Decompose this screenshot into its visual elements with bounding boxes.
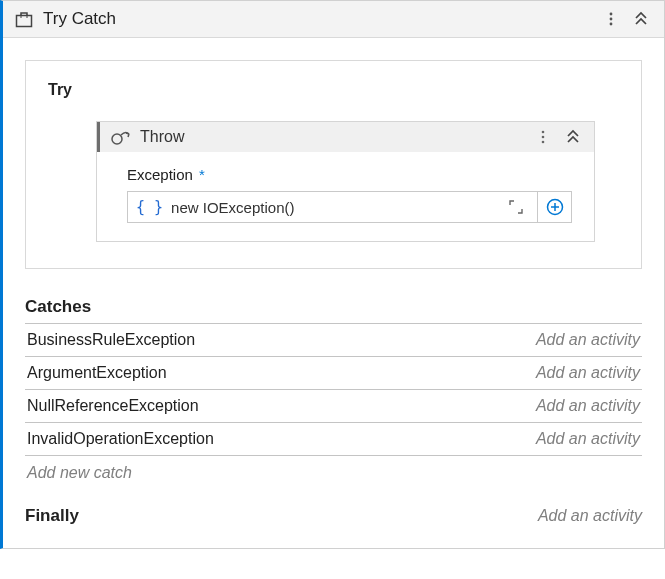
- catches-heading: Catches: [25, 297, 642, 324]
- finally-row: Finally Add an activity: [25, 492, 642, 526]
- activity-body: Try Throw: [3, 38, 664, 530]
- exception-expression-text: new IOException(): [171, 199, 503, 216]
- activity-title-bar: Try Catch: [3, 1, 664, 38]
- catch-type: ArgumentException: [27, 364, 536, 382]
- svg-rect-0: [17, 16, 32, 27]
- try-panel: Try Throw: [25, 60, 642, 269]
- catch-type: BusinessRuleException: [27, 331, 536, 349]
- expression-row: { } new IOException(): [127, 191, 572, 223]
- svg-point-3: [610, 23, 613, 26]
- collapse-icon[interactable]: [628, 10, 654, 28]
- catch-type: NullReferenceException: [27, 397, 536, 415]
- more-options-icon[interactable]: [598, 11, 624, 27]
- add-new-catch[interactable]: Add new catch: [25, 456, 642, 492]
- catch-type: InvalidOperationException: [27, 430, 536, 448]
- svg-point-1: [610, 13, 613, 16]
- expand-editor-icon[interactable]: [503, 199, 529, 215]
- svg-point-6: [542, 136, 545, 139]
- try-label: Try: [48, 81, 619, 99]
- exception-field-label: Exception *: [127, 166, 572, 183]
- exception-expression-input[interactable]: { } new IOException(): [127, 191, 538, 223]
- try-catch-activity: Try Catch Try: [0, 0, 665, 549]
- catch-row-2[interactable]: NullReferenceException Add an activity: [25, 390, 642, 423]
- catch-row-0[interactable]: BusinessRuleException Add an activity: [25, 324, 642, 357]
- throw-header: Throw: [97, 122, 594, 152]
- catch-add-activity[interactable]: Add an activity: [536, 331, 640, 349]
- throw-collapse-icon[interactable]: [560, 128, 586, 146]
- catch-add-activity[interactable]: Add an activity: [536, 397, 640, 415]
- catch-add-activity[interactable]: Add an activity: [536, 364, 640, 382]
- expression-braces-icon: { }: [136, 198, 163, 216]
- throw-activity: Throw: [96, 121, 595, 242]
- exception-label-text: Exception: [127, 166, 193, 183]
- finally-label: Finally: [25, 506, 538, 526]
- catch-add-activity[interactable]: Add an activity: [536, 430, 640, 448]
- svg-point-5: [542, 131, 545, 134]
- throw-icon: [108, 128, 134, 146]
- finally-add-activity[interactable]: Add an activity: [538, 507, 642, 525]
- required-asterisk: *: [199, 166, 205, 183]
- catch-row-1[interactable]: ArgumentException Add an activity: [25, 357, 642, 390]
- activity-title: Try Catch: [37, 9, 598, 29]
- svg-point-7: [542, 141, 545, 144]
- svg-point-2: [610, 18, 613, 21]
- throw-body: Exception * { } new IOException(): [97, 152, 594, 241]
- throw-title: Throw: [134, 128, 530, 146]
- catch-row-3[interactable]: InvalidOperationException Add an activit…: [25, 423, 642, 456]
- activity-icon: [11, 10, 37, 28]
- add-expression-button[interactable]: [538, 191, 572, 223]
- svg-point-4: [112, 134, 122, 144]
- throw-more-icon[interactable]: [530, 129, 556, 145]
